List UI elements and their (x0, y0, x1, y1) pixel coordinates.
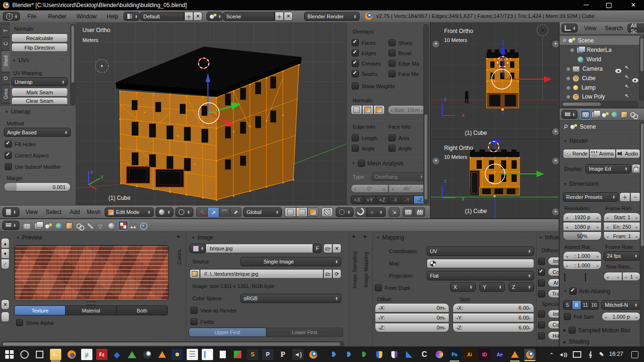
axis-plus-x[interactable]: +X (351, 196, 364, 204)
edge-length-checkbox[interactable] (352, 134, 359, 141)
tab-world[interactable] (611, 111, 618, 120)
start-button[interactable] (4, 349, 15, 360)
media-app-icon[interactable]: ◄) (292, 349, 304, 360)
expand-icon[interactable]: ⊕ (566, 85, 570, 90)
panel-grip[interactable] (522, 235, 529, 239)
aftereffects-icon[interactable]: Ae (494, 349, 505, 360)
size-z-field[interactable]: Z:6.00 (453, 323, 534, 332)
outliner-filter-dropdown[interactable]: All Sc (627, 24, 644, 33)
preview-material-button[interactable]: Material (66, 305, 116, 315)
tray-clock[interactable]: 16:27 (609, 351, 623, 357)
panel-grip[interactable] (629, 138, 636, 143)
outliner-row-world[interactable]: World (578, 55, 601, 64)
specular-color-checkbox[interactable] (538, 321, 545, 329)
animation-button[interactable]: Anima (589, 149, 616, 158)
resolution-y-field[interactable]: 1080 p (563, 222, 602, 231)
menu-render[interactable]: Render (48, 13, 66, 20)
view-as-render-checkbox[interactable] (190, 307, 198, 314)
tab-render[interactable] (24, 222, 30, 231)
menu-file[interactable]: File (27, 13, 36, 20)
outliner-row-scene[interactable]: ⊖ Scene (560, 36, 643, 45)
size-x-field[interactable]: X:6.00 (453, 303, 534, 313)
image-panel-header[interactable]: Image (191, 234, 213, 241)
colorspace-dropdown[interactable]: sRGB (240, 294, 341, 303)
lower-first-button[interactable]: Lower First (266, 328, 344, 337)
projection-dropdown[interactable]: Flat (427, 271, 534, 280)
axis-x-dropdown[interactable]: X (450, 282, 476, 292)
specular-intensity-checkbox[interactable] (538, 311, 545, 318)
frame-step-field[interactable]: Fram: 1 (603, 231, 641, 240)
opengl-render-button[interactable] (403, 207, 414, 217)
shading-dropdown[interactable] (156, 207, 173, 217)
face-area-checkbox[interactable] (388, 134, 396, 141)
menu-window[interactable]: Window (76, 13, 97, 20)
viewport-menu-add[interactable]: Add (70, 209, 80, 215)
path-browse-button[interactable]: 🗁 (323, 269, 332, 279)
tray-expand-icon[interactable]: ⌃ (546, 349, 557, 360)
outliner-row-lamp[interactable]: ⊕ Lamp (566, 83, 595, 92)
shield1-icon[interactable] (373, 349, 385, 360)
notepad-icon[interactable] (202, 349, 213, 360)
steam-icon[interactable] (141, 349, 153, 360)
analysis-min-slider[interactable]: 0° (351, 184, 388, 193)
document-icon[interactable] (217, 349, 228, 360)
proportional-edit-dropdown[interactable] (336, 207, 354, 217)
tab-render[interactable] (580, 110, 591, 120)
aa-samples-11[interactable]: 11 (581, 300, 590, 310)
menu-help[interactable]: Help (107, 13, 118, 20)
resolution-percent-slider[interactable]: 50% (563, 231, 602, 240)
expand-icon[interactable]: ⊕ (566, 76, 570, 81)
axis-minus-x[interactable]: -X (389, 196, 402, 204)
manipulator-scale-button[interactable]: ⬈ (230, 207, 241, 217)
axis-plus-y[interactable]: +Y (364, 196, 377, 204)
mapping-panel-header[interactable]: Mapping (376, 234, 404, 241)
viewport-menu-view[interactable]: View (25, 209, 38, 215)
edge-select-button[interactable] (296, 207, 307, 217)
open-image-button[interactable]: 🗁 (323, 244, 332, 253)
face-select-button[interactable] (307, 207, 319, 217)
seams-checkbox[interactable] (352, 70, 359, 77)
mesh-analysis-checkbox[interactable] (358, 160, 365, 167)
tab-world[interactable] (56, 222, 62, 231)
tray-display-icon[interactable] (571, 349, 583, 360)
tab-physics[interactable] (140, 222, 148, 232)
recovery-tool2-icon[interactable]: ❥ (343, 349, 355, 360)
show-alpha-checkbox[interactable] (16, 319, 23, 326)
panel-grip[interactable] (60, 108, 67, 113)
google-drive-icon[interactable] (126, 349, 138, 360)
texture-browse-button[interactable] (1, 312, 9, 322)
uv-unwrap-dropdown[interactable]: Unwrap (11, 77, 68, 86)
aa-panel-header[interactable]: Anti-Aliasing (563, 288, 611, 295)
outliner-row-cube[interactable]: ⊕ Cube (566, 74, 595, 82)
dimensions-panel-header[interactable]: Dimensions (563, 181, 599, 187)
frame-end-field[interactable]: En: 250 (603, 222, 641, 231)
motion-blur-panel-header[interactable]: Sampled Motion Blur (563, 327, 631, 334)
source-dropdown[interactable]: Single Image (240, 257, 341, 266)
selectability-icon[interactable] (625, 93, 629, 99)
delete-scene-button[interactable]: ✕ (284, 12, 293, 21)
image-datablock-icon-dropdown[interactable] (190, 244, 206, 253)
tab-render-layers[interactable] (34, 222, 41, 231)
uv-map-field[interactable] (427, 259, 534, 268)
tab-modifiers[interactable] (88, 222, 93, 231)
path-icon-button[interactable] (190, 269, 200, 279)
expand-panel-button[interactable] (432, 40, 440, 48)
utorrent-icon[interactable]: µ (81, 349, 92, 360)
sublime-icon[interactable]: S (247, 349, 258, 360)
motion-blur-checkbox[interactable] (569, 327, 576, 334)
ruler-app-icon[interactable] (404, 349, 415, 360)
right-ortho-viewport[interactable]: Right Ortho 10 Meters z y (1) Cube (430, 140, 560, 218)
audio-button[interactable]: Audio (616, 149, 640, 158)
tab-texture[interactable] (118, 221, 128, 230)
remap-old-field[interactable] (603, 272, 622, 281)
normals-size-slider[interactable]: Size: 10cm (388, 105, 426, 115)
tab-particles[interactable] (130, 222, 136, 231)
opengl-animation-button[interactable] (414, 207, 425, 217)
frame-start-field[interactable]: Start: 1 (603, 213, 641, 222)
keepass-icon[interactable] (172, 349, 183, 360)
panel-grip[interactable] (629, 181, 636, 186)
properties-editor-dropdown[interactable] (2, 221, 19, 230)
vlc2-icon[interactable] (509, 349, 520, 360)
expand-panel-button[interactable] (432, 157, 440, 165)
manipulator-translate-button[interactable] (207, 207, 220, 218)
